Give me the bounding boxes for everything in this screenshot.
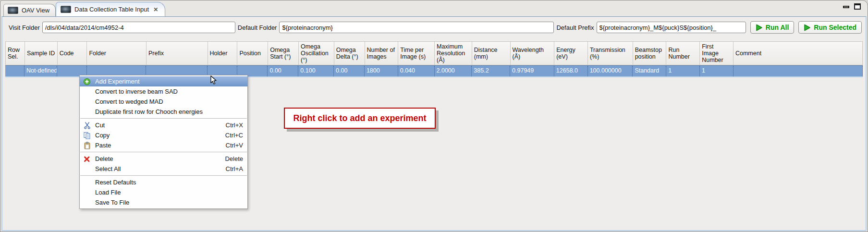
menu-item-duplicate-first-row-for-chooch-energies[interactable]: Duplicate first row for Chooch energies bbox=[80, 107, 247, 117]
menu-item-label: Save To File bbox=[95, 199, 129, 206]
default-prefix-label: Default Prefix bbox=[556, 24, 594, 31]
column-header[interactable]: Beamstop position bbox=[633, 42, 667, 65]
app-window: OAV View Data Collection Table Input ✕ V… bbox=[0, 0, 868, 232]
camera-thumbnail-icon bbox=[8, 7, 18, 14]
column-header[interactable]: Prefix bbox=[147, 42, 208, 65]
column-header[interactable]: Distance (mm) bbox=[472, 42, 511, 65]
column-header[interactable]: Comment bbox=[734, 42, 863, 65]
table-cell[interactable]: 0.00 bbox=[268, 66, 298, 76]
column-header[interactable]: First Image Number bbox=[700, 42, 734, 65]
table-cell[interactable]: 385.2 bbox=[472, 66, 510, 76]
menu-item-shortcut: Ctrl+V bbox=[226, 142, 243, 149]
column-header[interactable]: Position bbox=[237, 42, 268, 65]
column-header[interactable]: Omega Oscillation (°) bbox=[299, 42, 334, 65]
menu-item-shortcut: Ctrl+C bbox=[225, 132, 243, 139]
menu-item-convert-to-wedged-mad[interactable]: Convert to wedged MAD bbox=[80, 97, 247, 107]
menu-item-select-all[interactable]: Select AllCtrl+A bbox=[80, 164, 247, 174]
menu-item-label: Copy bbox=[95, 132, 110, 139]
no-icon bbox=[82, 179, 92, 186]
maximize-icon[interactable] bbox=[854, 3, 861, 10]
menu-item-label: Load File bbox=[95, 189, 121, 196]
no-icon bbox=[82, 88, 92, 96]
default-prefix-input[interactable] bbox=[597, 22, 746, 33]
table-cell[interactable] bbox=[734, 66, 863, 76]
minimize-icon[interactable] bbox=[843, 6, 849, 8]
table-cell[interactable] bbox=[5, 66, 24, 76]
run-selected-label: Run Selected bbox=[814, 24, 856, 31]
menu-item-label: Cut bbox=[95, 122, 105, 129]
column-header[interactable]: Sample ID bbox=[25, 42, 58, 65]
column-header[interactable]: Maximum Resolution (Å) bbox=[435, 42, 472, 65]
menu-item-reset-defaults[interactable]: Reset Defaults bbox=[80, 177, 247, 187]
run-all-label: Run All bbox=[766, 24, 789, 31]
menu-separator bbox=[80, 175, 247, 176]
table-cell[interactable]: 0.040 bbox=[398, 66, 435, 76]
menu-item-label: Convert to inverse beam SAD bbox=[95, 88, 178, 95]
column-header[interactable]: Omega Delta (°) bbox=[334, 42, 365, 65]
run-selected-button[interactable]: Run Selected bbox=[798, 21, 862, 34]
menu-item-add-experiment[interactable]: Add Experiment bbox=[80, 76, 247, 86]
table-cell[interactable]: 0.100 bbox=[298, 66, 334, 76]
copy-icon bbox=[82, 132, 92, 139]
table-cell[interactable]: 1 bbox=[700, 66, 734, 76]
visit-folder-label: Visit Folder bbox=[9, 24, 40, 31]
menu-item-label: Add Experiment bbox=[95, 78, 140, 85]
annotation-callout: Right click to add an experiment bbox=[284, 108, 436, 129]
add-icon bbox=[82, 78, 92, 85]
column-header[interactable]: Omega Start (°) bbox=[268, 42, 299, 65]
table-cell[interactable]: 12658.0 bbox=[554, 66, 588, 76]
tab-data-collection-table-input[interactable]: Data Collection Table Input ✕ bbox=[56, 2, 165, 16]
table-cell[interactable]: 100.000000 bbox=[588, 66, 633, 76]
default-folder-label: Default Folder bbox=[238, 24, 277, 31]
column-header[interactable]: Energy (eV) bbox=[554, 42, 588, 65]
menu-item-label: Paste bbox=[95, 142, 111, 149]
menu-item-label: Delete bbox=[95, 155, 113, 162]
play-icon bbox=[804, 24, 811, 31]
table-cell[interactable]: 1 bbox=[666, 66, 700, 76]
no-icon bbox=[82, 98, 92, 106]
table-cell[interactable]: Not-defined bbox=[24, 66, 57, 76]
close-icon[interactable]: ✕ bbox=[153, 7, 158, 12]
tab-label: Data Collection Table Input bbox=[74, 6, 149, 13]
menu-item-copy[interactable]: CopyCtrl+C bbox=[80, 130, 247, 140]
column-header[interactable]: Holder bbox=[208, 42, 238, 65]
table-cell[interactable]: 2.0000 bbox=[435, 66, 472, 76]
no-icon bbox=[82, 165, 92, 173]
column-header[interactable]: Number of Images bbox=[365, 42, 399, 65]
data-collection-table: Row Sel.Sample IDCodeFolderPrefixHolderP… bbox=[5, 41, 863, 77]
context-menu: Add ExperimentConvert to inverse beam SA… bbox=[79, 75, 248, 209]
menu-item-paste[interactable]: PasteCtrl+V bbox=[80, 140, 247, 150]
menu-item-cut[interactable]: CutCtrl+X bbox=[80, 120, 247, 130]
menu-item-delete[interactable]: DeleteDelete bbox=[80, 154, 247, 164]
camera-thumbnail-icon bbox=[61, 6, 71, 13]
mouse-cursor bbox=[210, 75, 218, 85]
table-cell[interactable]: 1800 bbox=[365, 66, 398, 76]
no-icon bbox=[82, 199, 92, 207]
no-icon bbox=[82, 108, 92, 116]
visit-folder-input[interactable] bbox=[42, 22, 235, 33]
delete-icon bbox=[82, 155, 92, 163]
column-header[interactable]: Time per Image (s) bbox=[398, 42, 435, 65]
tab-label: OAV View bbox=[22, 7, 49, 14]
menu-item-convert-to-inverse-beam-sad[interactable]: Convert to inverse beam SAD bbox=[80, 86, 247, 97]
window-controls bbox=[843, 3, 861, 10]
table-cell[interactable]: 0.97949 bbox=[510, 66, 554, 76]
column-header[interactable]: Row Sel. bbox=[6, 42, 25, 65]
cut-icon bbox=[82, 122, 92, 129]
menu-item-save-to-file[interactable]: Save To File bbox=[80, 197, 247, 208]
column-header[interactable]: Run Number bbox=[666, 42, 700, 65]
menu-separator bbox=[80, 152, 247, 152]
menu-item-shortcut: Delete bbox=[225, 155, 243, 162]
default-folder-input[interactable] bbox=[279, 22, 554, 33]
menu-item-label: Duplicate first row for Chooch energies bbox=[95, 108, 203, 115]
column-header[interactable]: Code bbox=[58, 42, 87, 65]
run-all-button[interactable]: Run All bbox=[750, 21, 794, 34]
table-cell[interactable]: Standard bbox=[633, 66, 666, 76]
column-header[interactable]: Wavelength (Å) bbox=[511, 42, 555, 65]
tab-oav-view[interactable]: OAV View bbox=[3, 4, 56, 16]
column-header[interactable]: Folder bbox=[87, 42, 147, 65]
menu-item-load-file[interactable]: Load File bbox=[80, 187, 247, 197]
table-cell[interactable]: 0.00 bbox=[334, 66, 365, 76]
column-header[interactable]: Transmission (%) bbox=[588, 42, 633, 65]
menu-item-shortcut: Ctrl+A bbox=[226, 165, 243, 172]
